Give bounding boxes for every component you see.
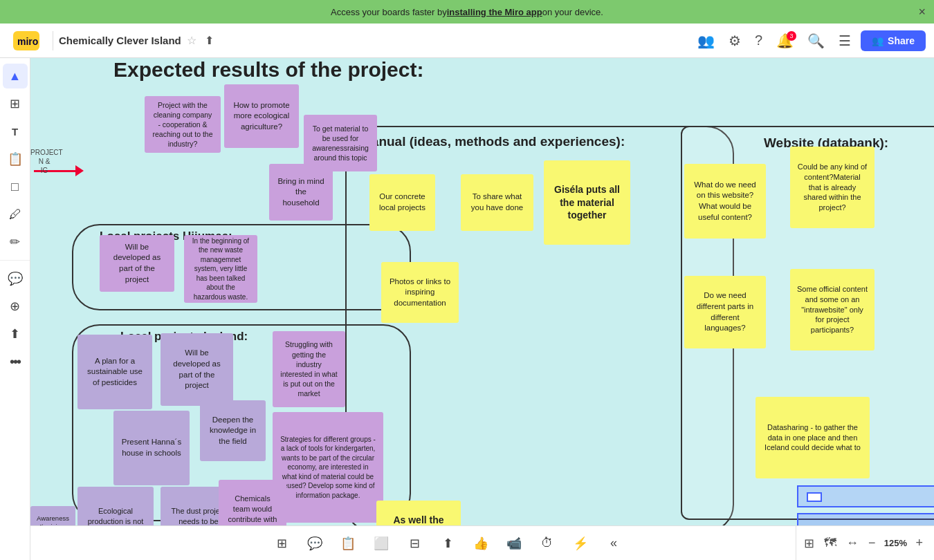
sticky-strategies[interactable]: Strategies for different groups - a lack… — [273, 412, 383, 523]
sticky-concrete-local[interactable]: Our concrete local projects — [369, 174, 435, 231]
sidebar-note-tool[interactable]: 📋 — [3, 147, 28, 171]
toolbar-layout[interactable]: ⊟ — [402, 531, 427, 556]
page-title: Expected results of the project: — [113, 58, 423, 82]
left-sidebar: ▲ ⊞ T 📋 □ 🖊 ✏ 💬 ⊕ ⬆ ••• — [0, 58, 30, 560]
sidebar-rect-tool[interactable]: □ — [3, 174, 28, 199]
selection-box-handle[interactable] — [807, 492, 822, 502]
sidebar-upload-tool[interactable]: ⬆ — [3, 321, 28, 346]
sticky-project-cleaning[interactable]: Project with the cleaning company - coop… — [145, 96, 221, 153]
sidebar-grid-tool[interactable]: ⊞ — [3, 91, 28, 116]
sticky-deepen-knowledge[interactable]: Deepen the knowledge in the field — [200, 400, 266, 461]
banner-text: Access your boards faster by — [331, 7, 447, 17]
sidebar-divider — [0, 260, 30, 261]
nav-divider — [53, 31, 53, 50]
banner-link[interactable]: installing the Miro app — [447, 7, 542, 17]
zoom-controls: ⊞ 🗺 ↔ − 125% + — [796, 525, 934, 560]
sidebar-pen-tool[interactable]: ✏ — [3, 230, 28, 254]
toolbar-timer[interactable]: ⏱ — [535, 531, 560, 556]
help-button[interactable]: ? — [751, 30, 767, 51]
toolbar-upload[interactable]: ⬆ — [435, 531, 460, 556]
zoom-out-button[interactable]: − — [866, 534, 879, 552]
sticky-bring-mind[interactable]: Bring in mind the household — [269, 164, 333, 221]
notifications-button[interactable]: 🔔 3 — [772, 30, 798, 52]
toolbar-video[interactable]: 📹 — [502, 531, 526, 556]
sticky-languages[interactable]: Do we need different parts in different … — [684, 276, 766, 348]
toolbar-collapse[interactable]: « — [601, 531, 626, 556]
project-text-left: PROJECTN &IG — [30, 148, 58, 175]
sticky-gisela[interactable]: Giséla puts all the material together — [544, 160, 630, 245]
sticky-will-developed-hiiumaa[interactable]: Will be developed as part of the project — [100, 235, 174, 292]
sidebar-apps-tool[interactable]: ⊕ — [3, 294, 28, 319]
miro-logo[interactable]: miro — [6, 31, 47, 50]
settings-button[interactable]: ⚙ — [724, 30, 745, 52]
toolbar-lightning[interactable]: ⚡ — [568, 531, 593, 556]
zoom-level-display: 125% — [882, 538, 908, 548]
svg-text:miro: miro — [17, 36, 38, 47]
sidebar-chat-tool[interactable]: 💬 — [3, 266, 28, 291]
fit-width-button[interactable]: ↔ — [843, 534, 861, 552]
main-canvas[interactable]: Expected results of the project: PROJECT… — [30, 58, 934, 560]
sticky-any-content[interactable]: Could be any kind of content?Material th… — [790, 147, 875, 228]
sidebar-more-tool[interactable]: ••• — [3, 349, 28, 374]
collaborators-button[interactable]: 👥 — [693, 30, 719, 52]
map-view-button[interactable]: 🗺 — [821, 534, 839, 552]
share-upload-icon[interactable]: ⬆ — [205, 34, 214, 47]
share-button[interactable]: 👥 Share — [861, 30, 926, 51]
sticky-photos[interactable]: Photos or links to inspiring documentati… — [381, 262, 459, 323]
search-button[interactable]: 🔍 — [803, 30, 829, 52]
bottom-toolbar: ⊞ 💬 📋 ⬜ ⊟ ⬆ 👍 📹 ⏱ ⚡ « — [30, 525, 865, 560]
manual-label: Manual (ideas, methods and experiences): — [360, 134, 625, 149]
sticky-will-developed-iceland[interactable]: Will be developed as part of the project — [161, 333, 233, 406]
sidebar-select-tool[interactable]: ▲ — [3, 64, 28, 88]
sticky-pesticides[interactable]: A plan for a sustainable use of pesticid… — [77, 335, 152, 409]
star-icon[interactable]: ☆ — [187, 34, 196, 47]
top-nav: miro Chemically Clever Island ☆ ⬆ 👥 ⚙ ? … — [0, 24, 934, 58]
toolbar-grid[interactable]: ⊞ — [269, 531, 294, 556]
sticky-hanna-house[interactable]: Present Hanna´s house in schools — [113, 411, 190, 485]
sticky-how-promote[interactable]: How to promote more ecological agricultu… — [224, 84, 299, 148]
toolbar-frame[interactable]: ⬜ — [369, 531, 394, 556]
sidebar-text-tool[interactable]: T — [3, 119, 28, 144]
menu-button[interactable]: ☰ — [834, 30, 855, 52]
top-banner: Access your boards faster by installing … — [0, 0, 934, 24]
sidebar-draw-tool[interactable]: 🖊 — [3, 202, 28, 227]
sticky-datasharing[interactable]: Datasharing - to gather the data in one … — [756, 397, 870, 478]
fit-to-screen-button[interactable]: ⊞ — [801, 534, 817, 552]
nav-right: 👥 ⚙ ? 🔔 3 🔍 ☰ 👥 Share — [693, 30, 926, 52]
sticky-struggling[interactable]: Struggling with getting the industry int… — [273, 331, 345, 407]
share-icon: 👥 — [872, 35, 883, 46]
sticky-get-material[interactable]: To get material to be used for awareness… — [304, 115, 377, 171]
sticky-waste-management[interactable]: In the beginning of the new waste manage… — [184, 235, 257, 303]
zoom-in-button[interactable]: + — [913, 534, 926, 552]
close-banner-button[interactable]: × — [918, 5, 926, 19]
board-title: Chemically Clever Island — [59, 35, 181, 46]
sticky-share-done[interactable]: To share what you have done — [461, 174, 533, 231]
toolbar-chat[interactable]: 💬 — [302, 531, 327, 556]
banner-text-after: on your device. — [542, 7, 603, 17]
sticky-official-content[interactable]: Some official content and some on an "in… — [790, 269, 875, 351]
toolbar-like[interactable]: 👍 — [468, 531, 493, 556]
sticky-website-content[interactable]: What do we need on this website? What wo… — [684, 164, 766, 239]
toolbar-note[interactable]: 📋 — [336, 531, 360, 556]
